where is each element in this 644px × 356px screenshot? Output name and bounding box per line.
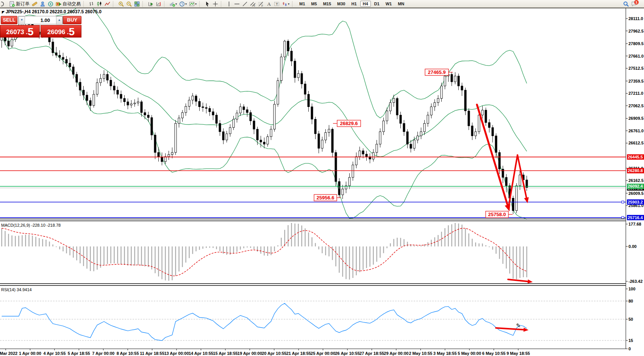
- toolbar-button-tile-windows[interactable]: [133, 0, 141, 7]
- timeframe-button-H4[interactable]: H4: [360, 1, 371, 7]
- candle: [243, 107, 245, 110]
- toolbar-button-crosshair-tool[interactable]: [211, 0, 219, 7]
- candle: [301, 74, 303, 84]
- volume-spinner: ▼ ▲: [18, 16, 63, 24]
- candle: [72, 67, 74, 74]
- candle: [127, 102, 129, 105]
- sell-price-display[interactable]: 26073 .5: [0, 25, 40, 38]
- toolbar-button-zoom-in[interactable]: [117, 0, 125, 7]
- toolbar-button-text-label-tool[interactable]: T: [273, 0, 281, 7]
- candle: [451, 74, 453, 82]
- buy-price-display[interactable]: 26096 .5: [41, 25, 81, 38]
- candle: [137, 102, 139, 103]
- dropdown-arrow-icon: ▾: [288, 2, 289, 6]
- toolbar-button-clipped-icon[interactable]: [0, 0, 8, 7]
- time-tick-label: 2 May 10:55: [409, 351, 432, 356]
- candle: [437, 99, 439, 103]
- candle: [205, 108, 207, 108]
- timeframe-button-M1[interactable]: M1: [297, 1, 308, 7]
- toolbar-button-bar-chart-mode[interactable]: [88, 0, 95, 7]
- toolbar-button-zoom-out[interactable]: [125, 0, 133, 7]
- linechart-icon: [105, 1, 110, 7]
- toolbar-button-crayon-tool[interactable]: [31, 0, 39, 7]
- candle: [178, 118, 180, 123]
- candle: [195, 96, 197, 101]
- buy-button[interactable]: BUY: [63, 16, 81, 24]
- time-tick-label: 6 May 10:55: [482, 351, 506, 356]
- toolbar-button-new-order[interactable]: 新订单: [8, 0, 31, 7]
- candle: [117, 90, 119, 94]
- time-tick-label: 14 Apr 10:55: [189, 351, 213, 356]
- search-blue-icon: [623, 1, 629, 7]
- timeframe-button-W1[interactable]: W1: [383, 1, 395, 7]
- time-tick-label: 29 Apr 00:00: [384, 351, 408, 356]
- price-tick-label: 27661.0: [628, 54, 644, 58]
- candle: [79, 82, 81, 90]
- timeframe-button-M5[interactable]: M5: [308, 1, 319, 7]
- volume-down-button[interactable]: ▼: [19, 16, 25, 25]
- svg-text:T: T: [276, 2, 278, 6]
- time-tick-label: 26 Apr 10:55: [335, 351, 360, 356]
- time-tick-label: 4 Apr 10:55: [43, 351, 66, 356]
- timeframe-button-MN[interactable]: MN: [395, 1, 407, 7]
- pencil-cursor-icon: ✎: [516, 322, 521, 329]
- candle: [304, 84, 306, 94]
- toolbar-button-indicators-menu[interactable]: ▾: [188, 0, 198, 7]
- candle: [164, 157, 166, 162]
- toolbar-button-equidistant-channel-tool[interactable]: E: [249, 0, 257, 7]
- toolbar-button-signals[interactable]: [47, 0, 55, 7]
- candle: [355, 157, 357, 165]
- candle: [216, 115, 217, 123]
- toolbar-button-chart-shift[interactable]: [155, 0, 163, 7]
- candle: [376, 144, 378, 152]
- magnifier-cut-icon: [1, 1, 7, 7]
- timeframe-button-D1[interactable]: D1: [372, 1, 382, 7]
- price-tag-label: 25903.2: [628, 200, 643, 204]
- toolbar-separator: [164, 1, 167, 7]
- candle: [454, 76, 456, 82]
- sell-button[interactable]: SELL: [1, 16, 17, 24]
- cursor-icon: [205, 1, 210, 7]
- toolbar-button-auto-scroll[interactable]: [147, 0, 155, 7]
- candle: [314, 119, 316, 133]
- svg-text:F: F: [261, 4, 263, 6]
- candle: [499, 152, 500, 169]
- toolbar-button-new-chart[interactable]: ▾: [168, 0, 178, 7]
- toolbar-button-cursor-tool[interactable]: [203, 0, 211, 7]
- timeframe-button-H1[interactable]: H1: [349, 1, 359, 7]
- toolbar-button-auto-trading[interactable]: 自动交易: [55, 0, 82, 7]
- candle: [505, 177, 507, 186]
- timeframe-button-M30[interactable]: M30: [335, 1, 348, 7]
- notification-badge: 1: [634, 0, 639, 5]
- volume-input[interactable]: [25, 16, 56, 24]
- toolbar-button-vertical-line-tool[interactable]: [225, 0, 233, 7]
- candle: [110, 80, 112, 86]
- toolbar-separator: [83, 1, 86, 7]
- person-icon: [40, 1, 45, 7]
- toolbar-button-community[interactable]: [39, 0, 47, 7]
- candle: [202, 107, 204, 108]
- candle: [485, 110, 487, 122]
- toolbar-button-candlestick-mode[interactable]: [95, 0, 103, 7]
- toolbar-button-line-chart-mode[interactable]: [103, 0, 111, 7]
- toolbar-button-horizontal-line-tool[interactable]: [233, 0, 241, 7]
- toolbar-button-notifications[interactable]: 1: [630, 0, 642, 7]
- chart-canvas[interactable]: 28111.027962.527809.527661.027512.527359…: [0, 8, 644, 356]
- chart-fwd-icon: [148, 1, 153, 7]
- toolbar-button-search[interactable]: [622, 0, 630, 7]
- toolbar-button-trendline-tool[interactable]: [241, 0, 249, 7]
- candle: [130, 104, 132, 105]
- price-tick-label: 27062.5: [628, 104, 644, 108]
- toolbar-button-fibonacci-tool[interactable]: F: [257, 0, 265, 7]
- bollinger-bands: [2, 8, 527, 219]
- candle: [263, 142, 265, 144]
- toolbar-button-periods-menu[interactable]: ▾: [178, 0, 188, 7]
- toolbar-button-text-tool[interactable]: A: [265, 0, 273, 7]
- macd-label: MACD(12,26,9) -228.10 -218.78: [1, 223, 61, 227]
- candle: [239, 107, 241, 113]
- toolbar-button-arrows-tool[interactable]: ▾: [281, 0, 291, 7]
- candle: [519, 175, 521, 185]
- volume-up-button[interactable]: ▲: [56, 16, 63, 25]
- timeframe-button-M15[interactable]: M15: [320, 1, 334, 7]
- toolbar-separator: [221, 1, 224, 7]
